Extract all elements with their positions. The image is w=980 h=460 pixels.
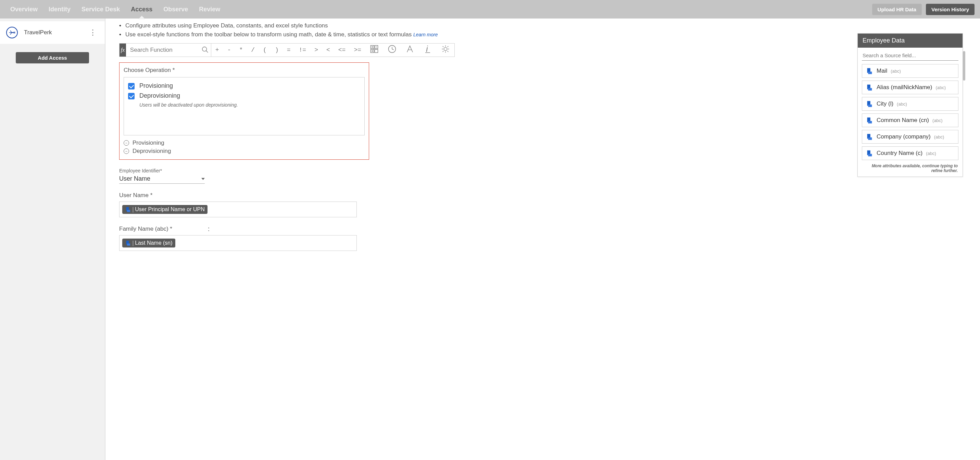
source-field-icon [865,84,873,91]
field-row-mail[interactable]: Mail (abc) [862,64,958,78]
fx-op-lt[interactable]: < [322,46,334,53]
function-search-input[interactable] [126,43,201,57]
checkbox-deprovisioning-label: Deprovisioning [139,92,180,99]
field-type: (abc) [897,101,907,107]
svg-line-24 [447,46,448,47]
more-attributes-note: More attributes available, continue typi… [862,163,958,174]
sidebar: TravelPerk ⋮ Add Access [0,19,105,460]
svg-line-13 [392,49,394,50]
remove-deprovisioning-icon[interactable]: − [124,149,129,154]
chip-separator: | [132,240,134,246]
panel-scrollbar[interactable] [963,51,965,81]
field-label: Alias (mailNickName) [877,84,932,91]
field-row-country-name[interactable]: Country Name (c) (abc) [862,146,958,160]
add-access-button[interactable]: Add Access [16,52,89,64]
fx-op-minus[interactable]: - [223,46,235,53]
choose-operation-section: Choose Operation * Provisioning Deprovis… [119,62,369,160]
source-field-icon [125,206,131,212]
fx-op-paren-close[interactable]: ) [271,46,283,53]
employee-data-panel: Employee Data Mail (abc) Alias (mailNick… [858,33,963,177]
upload-hr-data-button[interactable]: Upload HR Data [872,4,922,15]
text-group-icon[interactable] [401,44,419,56]
datetime-group-icon[interactable] [383,44,401,56]
svg-rect-5 [375,50,378,53]
checkbox-deprovisioning[interactable] [128,93,135,99]
checkbox-provisioning[interactable] [128,83,135,89]
source-field-icon [125,240,131,246]
source-field-icon [865,133,873,141]
employee-identifier-label: Employee Identifier* [119,168,973,173]
field-label: City (l) [877,101,893,107]
user-name-chip[interactable]: | User Principal Name or UPN [122,205,207,214]
fx-op-multiply[interactable]: * [235,46,247,53]
fx-op-plus[interactable]: + [211,46,223,53]
tab-identity[interactable]: Identity [44,1,75,18]
tab-service-desk[interactable]: Service Desk [77,1,125,18]
top-nav: Overview Identity Service Desk Access Ob… [0,0,980,19]
employee-identifier-value: User Name [119,175,150,182]
field-label: Mail [877,67,887,74]
svg-point-0 [202,46,207,51]
svg-line-22 [447,51,448,52]
chip-text: User Principal Name or UPN [135,206,205,212]
tab-overview[interactable]: Overview [5,1,43,18]
remove-provisioning-icon[interactable]: − [124,140,129,146]
top-nav-tabs: Overview Identity Service Desk Access Ob… [5,1,225,18]
fx-op-gt[interactable]: > [310,46,322,53]
version-history-button[interactable]: Version History [926,4,975,15]
tab-observe[interactable]: Observe [159,1,193,18]
main-content: Configure attributes using Employee Data… [105,19,980,460]
field-row-alias[interactable]: Alias (mailNickName) (abc) [862,81,958,94]
family-name-chip[interactable]: | Last Name (sn) [122,239,175,248]
field-row-common-name[interactable]: Common Name (cn) (abc) [862,113,958,127]
field-type: (abc) [891,69,901,74]
transform-group-icon[interactable] [437,44,454,56]
function-toolbar: fx + - * / ( ) = != > < <= >= [119,43,455,57]
source-field-icon [865,117,873,124]
math-group-icon[interactable] [365,44,383,56]
field-label: Country Name (c) [877,150,923,157]
employee-identifier-select[interactable]: User Name [119,174,205,184]
search-icon[interactable] [201,46,209,54]
svg-line-21 [443,46,444,47]
user-name-input[interactable]: | User Principal Name or UPN [119,201,357,217]
field-type: (abc) [926,151,936,156]
tab-review[interactable]: Review [194,1,225,18]
employee-data-header: Employee Data [858,34,963,48]
fx-op-gte[interactable]: >= [350,46,365,53]
field-type: (abc) [934,134,944,139]
source-field-icon [865,67,873,75]
field-type: (abc) [935,85,946,90]
source-field-icon [865,100,873,108]
field-label: Company (company) [877,133,931,140]
family-name-label: Family Name (abc) * [119,225,172,232]
sidebar-item-label: TravelPerk [24,29,87,36]
intro-bullets: Configure attributes using Employee Data… [119,21,973,39]
choose-operation-box: Provisioning Deprovisioning Users will b… [124,77,365,136]
kebab-menu-icon[interactable]: ⋮ [87,28,99,37]
field-type: (abc) [932,118,943,123]
fx-op-paren-open[interactable]: ( [259,46,271,53]
field-row-company[interactable]: Company (company) (abc) [862,130,958,144]
family-name-colon: : [208,225,210,235]
learn-more-link[interactable]: Learn more [413,32,438,37]
top-nav-actions: Upload HR Data Version History [872,4,975,15]
field-label: Common Name (cn) [877,117,929,124]
info-icon[interactable]: i [419,44,437,56]
sidebar-item-travelperk[interactable]: TravelPerk ⋮ [0,21,105,44]
user-name-label: User Name * [119,192,357,199]
fx-op-lte[interactable]: <= [334,46,350,53]
employee-data-search-input[interactable] [862,51,958,61]
fx-op-neq[interactable]: != [295,46,310,53]
tab-access[interactable]: Access [126,1,157,18]
chip-separator: | [132,206,134,212]
fx-op-eq[interactable]: = [283,46,295,53]
field-row-city[interactable]: City (l) (abc) [862,97,958,111]
choose-operation-label: Choose Operation * [124,67,365,74]
fx-op-divide[interactable]: / [247,46,259,53]
svg-line-1 [206,50,208,53]
family-name-input[interactable]: | Last Name (sn) [119,235,357,251]
intro-bullet-1: Configure attributes using Employee Data… [119,21,973,30]
svg-text:i: i [426,45,428,53]
travelperk-icon [6,27,18,38]
